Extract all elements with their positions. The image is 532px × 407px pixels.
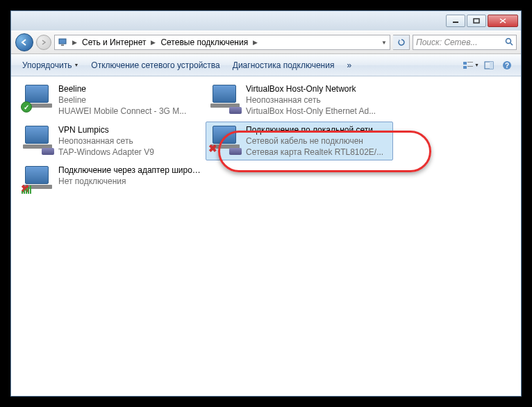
close-button[interactable] bbox=[488, 15, 518, 27]
connection-device: TAP-Windows Adapter V9 bbox=[58, 147, 203, 158]
connection-name: Подключение через адаптер широкополосной… bbox=[58, 165, 203, 176]
chevron-icon: ▶ bbox=[149, 39, 158, 46]
address-bar[interactable]: ▶ Сеть и Интернет ▶ Сетевые подключения … bbox=[54, 35, 390, 50]
breadcrumb-current[interactable]: Сетевые подключения bbox=[159, 38, 249, 47]
dropdown-icon[interactable]: ▼ bbox=[381, 40, 387, 46]
svg-rect-9 bbox=[467, 62, 473, 63]
connection-device: VirtualBox Host-Only Ethernet Ad... bbox=[246, 106, 390, 117]
connection-icon: ✖ bbox=[208, 124, 242, 155]
connection-icon bbox=[21, 124, 54, 155]
disable-device-button[interactable]: Отключение сетевого устройства bbox=[85, 58, 225, 73]
connection-status: Неопознанная сеть bbox=[58, 135, 203, 147]
signal-bars-icon bbox=[21, 184, 32, 194]
status-ok-icon: ✓ bbox=[21, 101, 32, 113]
forward-button[interactable] bbox=[36, 35, 51, 50]
network-icon bbox=[58, 37, 69, 48]
chevron-icon: ▶ bbox=[70, 39, 79, 46]
connection-name: Beeline bbox=[58, 83, 203, 94]
toolbar: Упорядочить▼ Отключение сетевого устройс… bbox=[11, 54, 521, 76]
svg-rect-8 bbox=[463, 62, 467, 65]
cable-icon bbox=[229, 148, 242, 155]
svg-rect-1 bbox=[474, 19, 479, 23]
connection-item[interactable]: VPN LumpicsНеопознанная сетьTAP-Windows … bbox=[18, 122, 206, 161]
connection-device: HUAWEI Mobile Connect - 3G M... bbox=[58, 106, 203, 117]
content-area: ✓BeelineBeelineHUAWEI Mobile Connect - 3… bbox=[11, 76, 521, 396]
cable-icon bbox=[42, 148, 54, 155]
titlebar bbox=[11, 11, 521, 31]
connection-item[interactable]: VirtualBox Host-Only NetworkНеопознанная… bbox=[206, 81, 393, 120]
connection-icon: ✖ bbox=[21, 165, 54, 195]
svg-rect-11 bbox=[467, 66, 473, 67]
cable-icon bbox=[229, 107, 242, 114]
connection-status: Нет подключения bbox=[58, 176, 203, 187]
status-error-icon: ✖ bbox=[208, 142, 217, 155]
explorer-window: ▶ Сеть и Интернет ▶ Сетевые подключения … bbox=[10, 10, 522, 397]
svg-rect-13 bbox=[490, 62, 493, 69]
connection-icon: ✓ bbox=[21, 83, 54, 114]
search-icon bbox=[505, 38, 513, 47]
connection-item[interactable]: ✖Подключение через адаптер широкополосно… bbox=[18, 162, 206, 198]
connection-status: Beeline bbox=[58, 94, 203, 106]
search-placeholder: Поиск: Сетев... bbox=[416, 38, 478, 47]
connection-name: VirtualBox Host-Only Network bbox=[246, 83, 390, 94]
connection-status: Сетевой кабель не подключен bbox=[246, 135, 390, 147]
organize-menu[interactable]: Упорядочить▼ bbox=[17, 58, 84, 73]
svg-rect-10 bbox=[463, 66, 467, 69]
navbar: ▶ Сеть и Интернет ▶ Сетевые подключения … bbox=[11, 31, 521, 54]
chevron-icon: ▶ bbox=[251, 39, 260, 46]
svg-text:?: ? bbox=[505, 62, 509, 69]
connection-name: Подключение по локальной сети bbox=[246, 124, 390, 135]
connection-item[interactable]: ✓BeelineBeelineHUAWEI Mobile Connect - 3… bbox=[18, 81, 206, 120]
refresh-button[interactable] bbox=[393, 35, 410, 50]
connection-device: Сетевая карта Realtek RTL8102E/... bbox=[246, 147, 390, 158]
connection-item[interactable]: ✖Подключение по локальной сетиСетевой ка… bbox=[206, 122, 393, 161]
toolbar-overflow[interactable]: » bbox=[341, 58, 357, 73]
help-button[interactable]: ? bbox=[499, 58, 515, 73]
back-button[interactable] bbox=[15, 33, 33, 51]
search-input[interactable]: Поиск: Сетев... bbox=[413, 35, 517, 50]
breadcrumb-root[interactable]: Сеть и Интернет bbox=[81, 38, 147, 47]
connection-icon bbox=[208, 83, 242, 114]
connection-status: Неопознанная сеть bbox=[246, 94, 390, 106]
maximize-button[interactable] bbox=[467, 15, 486, 27]
svg-line-7 bbox=[510, 43, 513, 45]
minimize-button[interactable] bbox=[446, 15, 465, 27]
preview-pane-button[interactable] bbox=[481, 58, 497, 73]
svg-point-6 bbox=[506, 39, 511, 44]
svg-rect-5 bbox=[61, 44, 64, 46]
svg-rect-4 bbox=[59, 39, 66, 44]
view-options-button[interactable]: ▼ bbox=[463, 58, 479, 73]
diagnose-button[interactable]: Диагностика подключения bbox=[227, 58, 340, 73]
connection-name: VPN Lumpics bbox=[58, 124, 203, 135]
